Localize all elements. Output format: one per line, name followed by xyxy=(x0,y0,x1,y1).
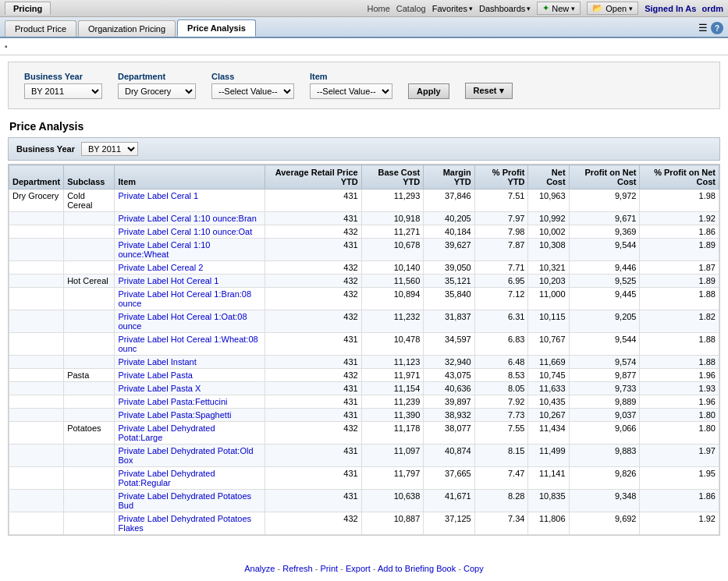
item-link[interactable]: Private Label Cereal 2 xyxy=(118,263,203,272)
item-cell[interactable]: Private Label Pasta X xyxy=(115,382,265,395)
item-link[interactable]: Private Label Ceral 1:10 ounce:Bran xyxy=(118,214,256,223)
item-link[interactable]: Private Label Ceral 1 xyxy=(118,191,198,200)
item-cell[interactable]: Private Label Dehydrated Potatoes Bud xyxy=(115,490,265,512)
item-cell[interactable]: Private Label Ceral 1:10 ounce:Bran xyxy=(115,212,265,225)
filter-area: Business Year BY 2011 Department Dry Gro… xyxy=(8,62,720,109)
pct-profit-net-cell: 1.89 xyxy=(640,275,719,288)
item-cell[interactable]: Private Label Ceral 1:10 ounce:Wheat xyxy=(115,239,265,261)
item-cell[interactable]: Private Label Instant xyxy=(115,356,265,369)
top-bar-left: Pricing xyxy=(5,2,51,15)
by-label: Business Year xyxy=(16,144,75,154)
item-link[interactable]: Private Label Hot Cereal 1 xyxy=(118,276,218,285)
item-cell[interactable]: Private Label Ceral 1 xyxy=(115,190,265,212)
margin-cell: 40,874 xyxy=(424,445,474,467)
pct-profit-cell: 7.34 xyxy=(474,512,528,535)
base-cost-cell: 10,678 xyxy=(361,239,424,261)
open-dropdown[interactable]: 📂 Open ▾ xyxy=(587,2,638,15)
item-cell[interactable]: Private Label Cereal 2 xyxy=(115,261,265,275)
item-link[interactable]: Private Label Instant xyxy=(118,357,196,367)
copy-link[interactable]: Copy xyxy=(463,564,484,573)
item-link[interactable]: Private Label Pasta X xyxy=(118,384,201,393)
net-cost-cell: 10,115 xyxy=(528,310,569,333)
net-cost-cell: 11,434 xyxy=(528,422,569,445)
subclass-cell xyxy=(64,212,115,225)
home-link[interactable]: Home xyxy=(367,4,389,13)
table-row: Private Label Ceral 1:10 ounce:Oat43211,… xyxy=(9,225,719,239)
open-icon: 📂 xyxy=(592,3,603,13)
catalog-link[interactable]: Catalog xyxy=(396,4,426,13)
item-link[interactable]: Private Label Pasta:Fettucini xyxy=(118,397,227,406)
item-link[interactable]: Private Label Pasta:Spaghetti xyxy=(118,410,231,420)
new-dropdown[interactable]: ✦ New ▾ xyxy=(537,2,581,15)
avg-retail-cell: 431 xyxy=(265,490,361,512)
dept-cell xyxy=(9,445,64,467)
settings-icon[interactable]: ☰ xyxy=(698,22,708,34)
reset-button[interactable]: Reset ▾ xyxy=(465,83,513,99)
margin-cell: 34,597 xyxy=(424,333,474,356)
pct-profit-net-cell: 1.88 xyxy=(640,333,719,356)
item-cell[interactable]: Private Label Hot Cereal 1:Bran:08 ounce xyxy=(115,288,265,310)
table-row: Private Label Hot Cereal 1:Oat:08 ounce4… xyxy=(9,310,719,333)
item-link[interactable]: Private Label Dehydrated Potat:Regular xyxy=(118,469,215,487)
refresh-link[interactable]: Refresh xyxy=(282,564,313,573)
profit-net-cell: 9,826 xyxy=(569,467,640,490)
item-cell[interactable]: Private Label Pasta xyxy=(115,369,265,382)
item-cell[interactable]: Private Label Dehydrated Potat:Large xyxy=(115,422,265,445)
department-select[interactable]: Dry Grocery xyxy=(118,83,196,99)
item-cell[interactable]: Private Label Dehydrated Potat:Old Box xyxy=(115,445,265,467)
pct-profit-net-cell: 1.98 xyxy=(640,190,719,212)
subclass-cell xyxy=(64,310,115,333)
net-cost-cell: 10,321 xyxy=(528,261,569,275)
help-icon[interactable]: ? xyxy=(711,22,723,34)
class-label: Class xyxy=(211,72,294,81)
subclass-cell xyxy=(64,467,115,490)
dept-cell xyxy=(9,212,64,225)
favorites-dropdown[interactable]: Favorites ▾ xyxy=(432,4,473,13)
item-link[interactable]: Private Label Hot Cereal 1:Wheat:08 ounc xyxy=(118,335,257,353)
base-cost-cell: 10,918 xyxy=(361,212,424,225)
item-link[interactable]: Private Label Dehydrated Potatoes Flakes xyxy=(118,514,251,533)
item-cell[interactable]: Private Label Hot Cereal 1 xyxy=(115,275,265,288)
department-label: Department xyxy=(118,72,196,81)
item-select[interactable]: --Select Value-- xyxy=(310,83,392,99)
by-select[interactable]: BY 2011 xyxy=(81,142,138,156)
item-link[interactable]: Private Label Pasta xyxy=(118,370,192,380)
dept-cell xyxy=(9,490,64,512)
analyze-link[interactable]: Analyze xyxy=(244,564,275,573)
base-cost-cell: 10,140 xyxy=(361,261,424,275)
add-briefing-link[interactable]: Add to Briefing Book xyxy=(378,564,456,573)
item-link[interactable]: Private Label Dehydrated Potatoes Bud xyxy=(118,491,251,510)
item-cell[interactable]: Private Label Pasta:Fettucini xyxy=(115,395,265,409)
export-link[interactable]: Export xyxy=(346,564,371,573)
apply-button[interactable]: Apply xyxy=(408,83,449,99)
avg-retail-cell: 431 xyxy=(265,356,361,369)
class-select[interactable]: --Select Value-- xyxy=(211,83,294,99)
tab-product-price[interactable]: Product Price xyxy=(5,20,76,37)
item-link[interactable]: Private Label Hot Cereal 1:Oat:08 ounce xyxy=(118,312,247,331)
tab-price-analysis[interactable]: Price Analysis xyxy=(177,19,256,37)
item-link[interactable]: Private Label Ceral 1:10 ounce:Wheat xyxy=(118,240,210,259)
item-link[interactable]: Private Label Ceral 1:10 ounce:Oat xyxy=(118,227,252,236)
dashboards-arrow: ▾ xyxy=(527,5,531,12)
business-year-select[interactable]: BY 2011 xyxy=(24,83,102,99)
minimize-button[interactable]: ▪ xyxy=(5,42,8,51)
item-link[interactable]: Private Label Hot Cereal 1:Bran:08 ounce xyxy=(118,289,251,308)
item-link[interactable]: Private Label Dehydrated Potat:Large xyxy=(118,423,215,442)
subclass-cell xyxy=(64,490,115,512)
table-row: Private Label Dehydrated Potatoes Bud431… xyxy=(9,490,719,512)
item-cell[interactable]: Private Label Dehydrated Potat:Regular xyxy=(115,467,265,490)
item-cell[interactable]: Private Label Hot Cereal 1:Oat:08 ounce xyxy=(115,310,265,333)
item-cell[interactable]: Private Label Pasta:Spaghetti xyxy=(115,409,265,422)
margin-cell: 37,846 xyxy=(424,190,474,212)
tab-org-pricing[interactable]: Organization Pricing xyxy=(78,20,176,37)
item-cell[interactable]: Private Label Ceral 1:10 ounce:Oat xyxy=(115,225,265,239)
item-link[interactable]: Private Label Dehydrated Potat:Old Box xyxy=(118,446,253,465)
item-cell[interactable]: Private Label Hot Cereal 1:Wheat:08 ounc xyxy=(115,333,265,356)
avg-retail-cell: 431 xyxy=(265,409,361,422)
table-row: Private Label Hot Cereal 1:Wheat:08 ounc… xyxy=(9,333,719,356)
dashboards-dropdown[interactable]: Dashboards ▾ xyxy=(479,4,531,13)
item-cell[interactable]: Private Label Dehydrated Potatoes Flakes xyxy=(115,512,265,535)
col-profit-net: Profit on Net Cost xyxy=(569,165,640,190)
print-link[interactable]: Print xyxy=(321,564,339,573)
pricing-tab[interactable]: Pricing xyxy=(5,2,51,15)
